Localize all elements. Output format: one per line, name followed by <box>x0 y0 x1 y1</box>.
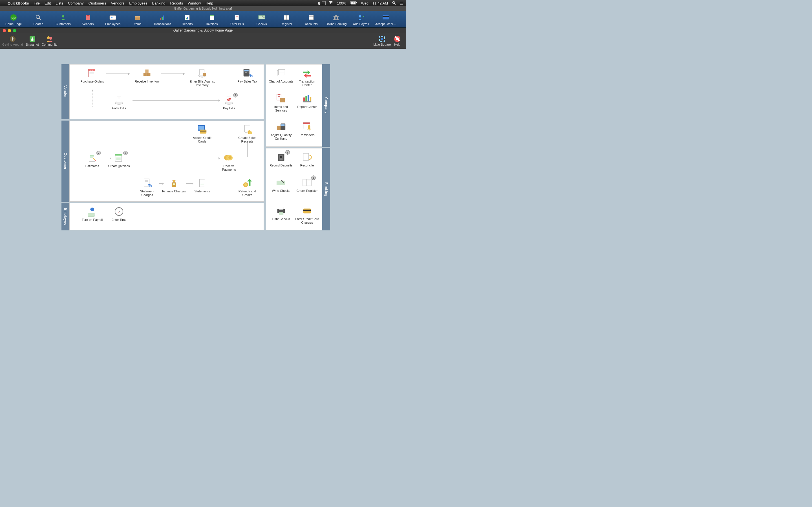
close-button[interactable] <box>3 29 6 32</box>
toolbar-home-page[interactable]: qbHome Page <box>1 13 26 25</box>
svg-rect-132 <box>308 95 309 101</box>
subtool-help[interactable]: Help <box>394 35 401 46</box>
svg-point-100 <box>229 156 232 159</box>
wifi-icon[interactable] <box>328 1 333 5</box>
menu-company[interactable]: Company <box>68 1 84 5</box>
menu-lists[interactable]: Lists <box>56 1 63 5</box>
subtool-community[interactable]: Community <box>42 35 57 46</box>
node-chart-accounts[interactable]: Chart of Accounts <box>268 67 294 87</box>
svg-rect-22 <box>186 18 187 19</box>
person-plus-icon: + <box>349 14 373 21</box>
menu-employees[interactable]: Employees <box>129 1 147 5</box>
svg-point-113 <box>245 183 247 186</box>
node-refunds[interactable]: Refunds and Credits <box>235 177 260 197</box>
node-reminders[interactable]: Reminders <box>294 121 320 140</box>
node-statements[interactable]: Statements <box>190 177 215 197</box>
battery-icon[interactable] <box>350 1 357 5</box>
node-receive-payments[interactable]: Receive Payments <box>216 152 242 172</box>
toolbar-add-payroll[interactable]: +Add Payroll <box>349 13 373 25</box>
updown-icon[interactable]: ⇅ <box>317 1 320 5</box>
toolbar-customers[interactable]: Customers <box>51 13 75 25</box>
node-report-center[interactable]: Report Center <box>294 93 320 112</box>
svg-rect-45 <box>32 38 33 41</box>
toolbar-items[interactable]: Items <box>125 13 150 25</box>
menu-help[interactable]: Help <box>206 1 213 5</box>
menu-customers[interactable]: Customers <box>89 1 106 5</box>
toolbar-reports[interactable]: Reports <box>175 13 200 25</box>
node-check-register[interactable]: Check Registeri <box>294 177 320 196</box>
node-record-deposits[interactable]: Record Depositsi <box>268 151 294 171</box>
toolbar-register[interactable]: Register <box>274 13 299 25</box>
node-statement-charges[interactable]: %Statement Charges <box>135 177 160 197</box>
subtool-snapshot[interactable]: Snapshot <box>26 35 39 46</box>
menu-edit[interactable]: Edit <box>45 1 51 5</box>
node-reconcile[interactable]: Reconcile <box>294 151 320 171</box>
toolbar-vendors[interactable]: Vendors <box>75 13 100 25</box>
svg-point-139 <box>309 129 310 131</box>
clock-day[interactable]: Wed <box>361 1 369 5</box>
toolbar-transactions[interactable]: Transactions <box>150 13 175 25</box>
node-items-services[interactable]: Items and Services <box>268 93 294 112</box>
toolbar-checks[interactable]: Checks <box>249 13 274 25</box>
spotlight-icon[interactable] <box>392 1 396 6</box>
box-icon <box>125 14 150 21</box>
node-purchase-orders[interactable]: POPurchase Orders <box>80 67 105 87</box>
node-enter-time[interactable]: Enter Time <box>106 206 132 225</box>
svg-line-4 <box>395 3 396 4</box>
svg-rect-40 <box>383 15 389 19</box>
check-icon <box>249 14 274 21</box>
square-icon <box>373 35 391 43</box>
node-create-sales-receipts[interactable]: Create Sales Receipts <box>235 124 260 144</box>
svg-rect-29 <box>284 15 287 20</box>
node-finance-charges[interactable]: Finance Charges <box>161 177 187 197</box>
svg-point-106 <box>172 183 175 185</box>
idcard-icon <box>100 14 125 21</box>
svg-rect-41 <box>383 16 389 17</box>
subtool-little-square[interactable]: Little Square <box>373 35 391 46</box>
toolbar-accounts[interactable]: Accounts <box>299 13 324 25</box>
svg-rect-144 <box>303 154 309 161</box>
community-icon <box>42 35 57 43</box>
node-adjust-qty[interactable]: Adjust Quantity On Hand <box>268 121 294 140</box>
node-enter-bills-inventory[interactable]: Enter Bills Against Inventory <box>190 67 215 87</box>
node-enter-bills[interactable]: Enter Bills <box>106 94 132 114</box>
node-pay-sales-tax[interactable]: %Pay Sales Tax <box>235 67 260 87</box>
svg-rect-10 <box>86 15 90 20</box>
snapshot-icon <box>26 35 39 43</box>
menu-icon[interactable]: ☰ <box>400 1 403 5</box>
menu-file[interactable]: File <box>34 1 40 5</box>
toolbar-invoices[interactable]: Invoices <box>200 13 224 25</box>
clock-time[interactable]: 11:42 AM <box>372 1 388 5</box>
menu-reports[interactable]: Reports <box>170 1 183 5</box>
toolbar-search[interactable]: Search <box>26 13 51 25</box>
toolbar-employees[interactable]: Employees <box>100 13 125 25</box>
toolbar-accept-credi-[interactable]: Accept Credi… <box>373 13 398 25</box>
svg-rect-81 <box>199 126 204 129</box>
node-txn-center[interactable]: Transaction Center <box>294 67 320 87</box>
menu-vendors[interactable]: Vendors <box>111 1 124 5</box>
svg-rect-136 <box>282 124 285 126</box>
menu-window[interactable]: Window <box>188 1 201 5</box>
svg-rect-133 <box>310 97 312 101</box>
app-name[interactable]: QuickBooks <box>8 1 29 5</box>
svg-rect-50 <box>381 38 383 40</box>
svg-point-114 <box>90 208 94 211</box>
company-panel: Chart of Accounts Transaction Center Ite… <box>266 64 322 147</box>
subwindow-titlebar: Gaffer Gardening & Supply Home Page <box>0 27 406 33</box>
menu-banking[interactable]: Banking <box>152 1 165 5</box>
node-enter-cc-charges[interactable]: Enter Credit Card Charges <box>294 205 320 224</box>
toolbar-online-banking[interactable]: Online Banking <box>324 13 349 25</box>
node-create-invoices[interactable]: Create Invoicesi <box>106 152 132 172</box>
node-print-checks[interactable]: Print Checks <box>268 205 294 224</box>
svg-point-142 <box>280 156 282 158</box>
node-turn-on-payroll[interactable]: Turn on Payroll <box>80 206 105 225</box>
minimize-button[interactable] <box>8 29 11 32</box>
node-receive-inventory[interactable]: Receive Inventory <box>135 67 160 87</box>
node-accept-cc[interactable]: Accept Credit Cards <box>190 124 215 144</box>
node-write-checks[interactable]: Write Checks <box>268 177 294 196</box>
toolbar-enter-bills[interactable]: Enter Bills <box>224 13 249 25</box>
zoom-button[interactable] <box>13 29 16 32</box>
node-estimates[interactable]: Estimatesi <box>80 152 105 172</box>
node-pay-bills[interactable]: PAIDPay Billsi <box>216 94 242 114</box>
svg-rect-130 <box>303 98 305 101</box>
